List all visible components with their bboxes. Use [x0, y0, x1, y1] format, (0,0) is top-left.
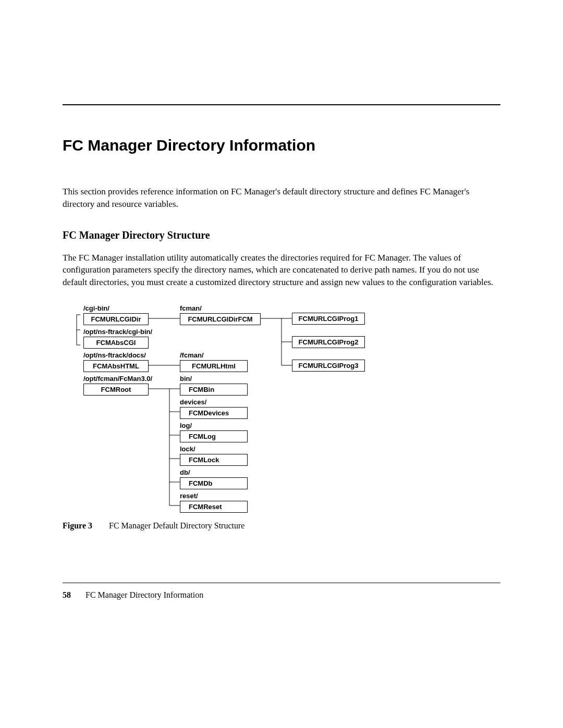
section-heading: FC Manager Directory Structure [63, 229, 500, 241]
node-box-fcmurlcgiprog2: FCMURLCGIProg2 [292, 336, 365, 348]
node-abscgi: /opt/ns-ftrack/cgi-bin/ FCMAbsCGI [83, 328, 152, 349]
node-cgi-bin: /cgi-bin/ FCMURLCGIDir [83, 304, 149, 325]
node-label: /cgi-bin/ [83, 304, 149, 312]
node-box-fcmdb: FCMDb [180, 477, 248, 489]
node-label: devices/ [180, 398, 248, 406]
directory-diagram: /cgi-bin/ FCMURLCGIDir /opt/ns-ftrack/cg… [68, 304, 401, 513]
node-label: /opt/fcman/FcMan3.0/ [83, 375, 152, 382]
figure-caption: Figure 3 FC Manager Default Directory St… [63, 521, 500, 530]
node-label: reset/ [180, 492, 248, 500]
node-db: db/ FCMDb [180, 468, 248, 489]
page-number: 58 [63, 590, 71, 599]
node-box-fcmreset: FCMReset [180, 501, 248, 513]
node-abshtml: /opt/ns-ftrack/docs/ FCMAbsHTML [83, 351, 149, 372]
page: FC Manager Directory Information This se… [0, 0, 563, 641]
node-prog2: FCMURLCGIProg2 [292, 336, 365, 348]
node-fcmroot: /opt/fcman/FcMan3.0/ FCMRoot [83, 375, 152, 396]
node-label: db/ [180, 468, 248, 476]
node-box-fcmurlcgidirfcm: FCMURLCGIDirFCM [180, 313, 261, 325]
page-title: FC Manager Directory Information [63, 137, 500, 154]
node-label: /fcman/ [180, 351, 248, 359]
footer-text: FC Manager Directory Information [85, 590, 203, 599]
node-label: /opt/ns-ftrack/docs/ [83, 351, 149, 359]
node-label: /opt/ns-ftrack/cgi-bin/ [83, 328, 152, 336]
node-label: bin/ [180, 375, 248, 382]
node-box-fcmdevices: FCMDevices [180, 407, 248, 419]
node-bin: bin/ FCMBin [180, 375, 248, 396]
node-box-fcmurlcgidir: FCMURLCGIDir [83, 313, 149, 325]
figure-text: FC Manager Default Directory Structure [109, 521, 244, 530]
node-lock: lock/ FCMLock [180, 445, 248, 466]
node-box-fcmroot: FCMRoot [83, 384, 149, 396]
figure-label: Figure 3 [63, 521, 92, 530]
intro-paragraph: This section provides reference informat… [63, 186, 500, 211]
node-label: lock/ [180, 445, 248, 453]
node-log: log/ FCMLog [180, 422, 248, 442]
node-box-fcmurlcgiprog1: FCMURLCGIProg1 [292, 313, 365, 325]
node-box-fcmurlhtml: FCMURLHtml [180, 360, 248, 372]
body-paragraph: The FC Manager installation utility auto… [63, 252, 500, 289]
node-box-fcmabscgi: FCMAbsCGI [83, 337, 149, 349]
node-box-fcmbin: FCMBin [180, 384, 248, 396]
node-reset: reset/ FCMReset [180, 492, 248, 513]
node-label: log/ [180, 422, 248, 429]
node-urlhtml: /fcman/ FCMURLHtml [180, 351, 248, 372]
node-box-fcmabshtml: FCMAbsHTML [83, 360, 149, 372]
page-footer: 58 FC Manager Directory Information [63, 590, 500, 600]
node-label: fcman/ [180, 304, 261, 312]
node-devices: devices/ FCMDevices [180, 398, 248, 419]
node-box-fcmurlcgiprog3: FCMURLCGIProg3 [292, 360, 365, 372]
rule-bottom [63, 583, 500, 583]
node-box-fcmlock: FCMLock [180, 454, 248, 466]
node-fcman: fcman/ FCMURLCGIDirFCM [180, 304, 261, 325]
node-prog3: FCMURLCGIProg3 [292, 360, 365, 372]
node-box-fcmlog: FCMLog [180, 430, 248, 442]
node-prog1: FCMURLCGIProg1 [292, 313, 365, 325]
rule-top [63, 104, 500, 105]
